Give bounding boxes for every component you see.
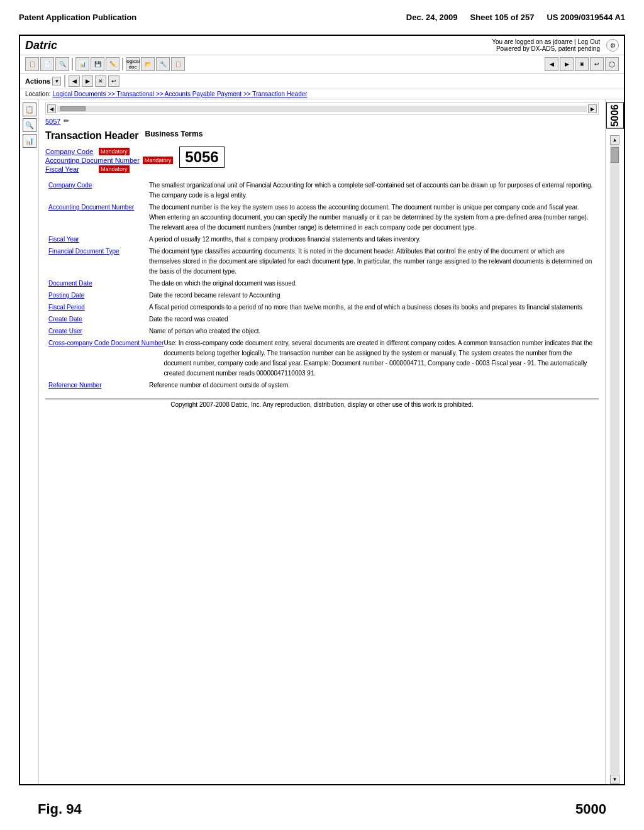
toolbar-row: 📋 📄 🔍 📊 💾 ✏️ logicaldoc 📂 🔧 📋 ◀ ▶ ▣ ↩ ◯ (20, 55, 624, 74)
toolbar-separator-1 (72, 58, 73, 70)
scroll-left-btn[interactable]: ◀ (47, 104, 56, 113)
field-desc-posting-date: Date the record became relevant to Accou… (149, 290, 596, 301)
actions-bar: Actions ▼ ◀ ▶ ✕ ↩ (20, 74, 624, 89)
copyright-text: Copyright 2007-2008 Datric, Inc. Any rep… (45, 399, 599, 408)
field-name-fiscal-period[interactable]: Fiscal Period (48, 302, 149, 313)
v-scroll-track (610, 145, 619, 774)
fields-section: Company Code Mandatory Accounting Docume… (45, 147, 599, 174)
toolbar-extra-4[interactable]: ↩ (590, 57, 604, 71)
field-item-company-code: Company Code The smallest organizational… (48, 180, 596, 201)
field-name-fiscal-year[interactable]: Fiscal Year (48, 235, 149, 245)
toolbar-btn-4[interactable]: 📊 (75, 57, 89, 71)
doc-number-big: 5056 (179, 147, 224, 168)
field-desc-create-user: Name of person who created the object. (149, 326, 596, 336)
location-prefix: Location: (25, 91, 51, 97)
fiscal-year-label[interactable]: Fiscal Year (45, 165, 96, 173)
toolbar-btn-9[interactable]: 📋 (171, 57, 185, 71)
field-item-reference-number: Reference Number Reference number of doc… (48, 380, 596, 390)
sidebar-icon-2[interactable]: 🔍 (23, 118, 36, 132)
acc-doc-mandatory: Mandatory (143, 157, 174, 164)
field-item-create-date: Create Date Date the record was created (48, 314, 596, 324)
toolbar-btn-5[interactable]: 💾 (91, 57, 104, 71)
scroll-right-btn[interactable]: ▶ (588, 104, 597, 113)
field-desc-financial-doc-type: The document type classifies accounting … (149, 246, 596, 277)
toolbar-btn-6[interactable]: ✏️ (106, 57, 119, 71)
fig-number: Fig. 94 (38, 801, 82, 817)
h-scroll-track (57, 106, 587, 112)
field-item-fiscal-period: Fiscal Period A fiscal period correspond… (48, 302, 596, 313)
doc-main: ◀ ▶ 5057 ✏ Transaction Header (39, 99, 605, 784)
field-desc-company-code: The smallest organizational unit of Fina… (149, 180, 596, 201)
field-item-posting-date: Posting Date Date the record became rele… (48, 290, 596, 301)
acc-doc-row: Accounting Document Number Mandatory (45, 157, 173, 164)
desc-area: Company Code The smallest organizational… (45, 177, 599, 396)
doc-number-left[interactable]: 5057 (45, 118, 60, 125)
field-desc-fiscal-period: A fiscal period corresponds to a period … (149, 302, 596, 313)
title-row: 5057 ✏ Transaction Header Business Terms (45, 117, 599, 145)
toolbar-extra-5[interactable]: ◯ (605, 57, 619, 71)
scroll-up-btn[interactable]: ▲ (610, 135, 619, 145)
field-item-acc-doc: Accounting Document Number The document … (48, 202, 596, 233)
app-logo: Datric (25, 39, 57, 52)
toolbar-extra-3[interactable]: ▣ (575, 57, 589, 71)
field-name-financial-doc-type[interactable]: Financial Document Type (48, 246, 149, 277)
patent-publication: Patent Application Publication (19, 13, 136, 22)
sidebar-icon-1[interactable]: 📋 (23, 102, 36, 116)
company-code-row: Company Code Mandatory (45, 148, 173, 155)
logical-doc-btn[interactable]: logicaldoc (126, 57, 140, 71)
action-btn-1[interactable]: ◀ (69, 75, 80, 87)
fiscal-year-mandatory: Mandatory (99, 165, 130, 173)
field-item-cross-company: Cross-company Code Document Number Use: … (48, 338, 596, 379)
toolbar-btn-2[interactable]: 📄 (40, 57, 54, 71)
fiscal-year-row: Fiscal Year Mandatory (45, 165, 173, 173)
field-name-reference-number[interactable]: Reference Number (48, 380, 149, 390)
action-btn-3[interactable]: ✕ (95, 75, 106, 87)
left-sidebar: 📋 🔍 📊 (20, 99, 39, 784)
field-desc-create-date: Date the record was created (149, 314, 596, 324)
patent-date: Dec. 24, 2009 (406, 13, 458, 22)
action-dropdown[interactable]: ▼ (52, 77, 61, 86)
company-code-mandatory: Mandatory (99, 148, 130, 155)
settings-icon[interactable]: ⚙ (606, 39, 619, 52)
page-container: Patent Application Publication Dec. 24, … (0, 0, 644, 830)
field-name-create-user[interactable]: Create User (48, 326, 149, 336)
company-code-label[interactable]: Company Code (45, 148, 96, 155)
v-scroll-thumb[interactable] (611, 147, 619, 163)
field-desc-document-date: The date on which the original document … (149, 279, 596, 289)
toolbar-extra-2[interactable]: ▶ (560, 57, 574, 71)
right-panel: 5006 ▲ ▼ (605, 99, 624, 784)
h-scroll-thumb[interactable] (60, 106, 86, 111)
field-desc-fiscal-year: A period of usually 12 months, that a co… (149, 235, 596, 245)
toolbar-btn-7[interactable]: 📂 (141, 57, 155, 71)
field-name-company-code[interactable]: Company Code (48, 180, 149, 201)
action-btn-4[interactable]: ↩ (108, 75, 119, 87)
doc-number-display: 5056 (179, 147, 224, 174)
field-name-cross-company[interactable]: Cross-company Code Document Number (48, 338, 164, 379)
toolbar-btn-3[interactable]: 🔍 (55, 57, 69, 71)
field-desc-acc-doc: The document number is the key the syste… (149, 202, 596, 233)
field-name-create-date[interactable]: Create Date (48, 314, 149, 324)
patent-header: Patent Application Publication Dec. 24, … (19, 13, 625, 25)
pencil-icon-left[interactable]: ✏ (64, 117, 69, 125)
field-desc-reference-number: Reference number of document outside of … (149, 380, 596, 390)
sidebar-icon-3[interactable]: 📊 (23, 134, 36, 148)
acc-doc-label[interactable]: Accounting Document Number (45, 157, 140, 164)
toolbar-extra-1[interactable]: ◀ (545, 57, 558, 71)
action-btn-2[interactable]: ▶ (82, 75, 93, 87)
location-path[interactable]: Logical Documents >> Transactional >> Ac… (52, 91, 307, 97)
field-name-acc-doc[interactable]: Accounting Document Number (48, 202, 149, 233)
toolbar-btn-8[interactable]: 🔧 (156, 57, 170, 71)
left-fields: Company Code Mandatory Accounting Docume… (45, 147, 173, 174)
scroll-down-btn[interactable]: ▼ (610, 775, 619, 784)
v-scrollbar: ▲ ▼ (610, 135, 619, 784)
right-panel-number: 5006 (606, 102, 624, 129)
bottom-area: Fig. 94 5000 (19, 792, 625, 817)
content-area: 📋 🔍 📊 ◀ ▶ 5057 (20, 99, 624, 784)
main-content: Datric You are logged on as jdoarre | Lo… (19, 35, 625, 785)
field-name-document-date[interactable]: Document Date (48, 279, 149, 289)
toolbar-btn-1[interactable]: 📋 (25, 57, 39, 71)
field-item-financial-doc-type: Financial Document Type The document typ… (48, 246, 596, 277)
app-user-info: You are logged on as jdoarre | Log Out P… (492, 38, 600, 52)
actions-label: Actions (25, 77, 50, 85)
field-name-posting-date[interactable]: Posting Date (48, 290, 149, 301)
